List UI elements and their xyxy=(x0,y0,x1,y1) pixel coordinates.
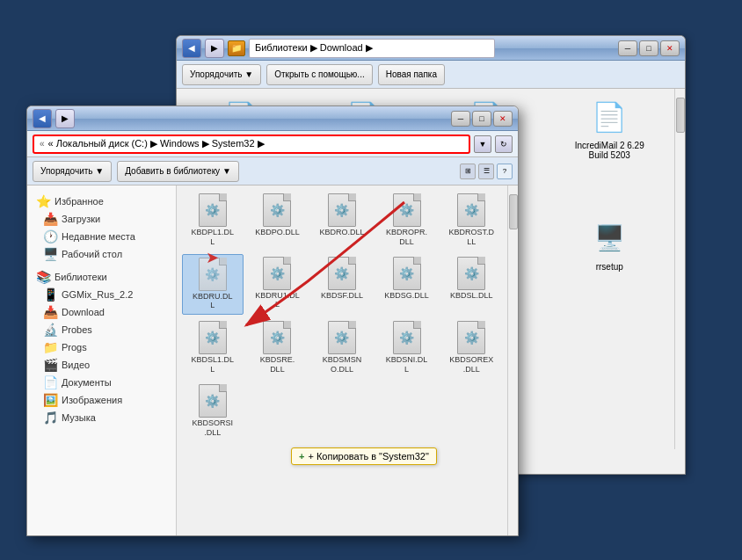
list-item[interactable]: ⚙️ KBDSF.DLL xyxy=(311,254,373,316)
address-arrow: « xyxy=(40,139,45,149)
dll-name: KBDSNI.DLL xyxy=(386,355,428,375)
bg-forward-button[interactable]: ▶ xyxy=(205,39,224,58)
bg-window-controls: ─ □ ✕ xyxy=(618,40,680,56)
dll-name: KBDSF.DLL xyxy=(321,291,363,301)
dll-name: KBDSOREX.DLL xyxy=(449,355,493,375)
fg-address-bar-container: « « Локальный диск (C:) ▶ Windows ▶ Syst… xyxy=(27,131,518,157)
sidebar-item-libraries-header: 📚 Библиотеки xyxy=(31,268,172,286)
dll-name: KBDSL1.DLL xyxy=(192,355,235,375)
fg-address-input[interactable]: « « Локальный диск (C:) ▶ Windows ▶ Syst… xyxy=(33,135,470,154)
list-item[interactable]: ⚙️ KBDROST.DLL xyxy=(440,191,502,251)
list-item[interactable]: ⚙️ KBDRU1.DLL xyxy=(247,254,309,316)
images-icon: 🖼️ xyxy=(43,393,57,407)
fg-window: ◀ ▶ ─ □ ✕ « « Локальный диск (C:) ▶ Wind… xyxy=(26,105,519,536)
list-item[interactable]: ⚙️ KBDROPR.DLL xyxy=(376,191,438,251)
sidebar-item-probes[interactable]: 🔬 Probes xyxy=(31,321,172,338)
probes-icon: 🔬 xyxy=(43,323,57,337)
sidebar-item-recent[interactable]: 🕐 Недавние места xyxy=(31,228,172,245)
copy-to-system32-tooltip: + + Копировать в "System32" xyxy=(291,447,437,465)
fg-scrollbar[interactable] xyxy=(507,185,518,535)
file-icon: 📄 xyxy=(588,96,630,138)
dll-icon: ⚙️ xyxy=(391,322,423,353)
list-item[interactable]: ⚙️ KBDSL1.DLL xyxy=(182,318,244,378)
list-item[interactable]: ⚙️ KBDRO.DLL xyxy=(311,191,373,251)
dll-icon: ⚙️ xyxy=(391,194,423,226)
bg-scrollbar-thumb[interactable] xyxy=(676,98,685,133)
sidebar-item-docs[interactable]: 📄 Документы xyxy=(31,374,172,391)
bg-maximize-btn[interactable]: □ xyxy=(639,40,658,56)
dll-name: KBDRU.DLL xyxy=(193,292,233,311)
fg-view-controls: ⊞ ☰ ? xyxy=(460,164,513,179)
bg-open-with-btn[interactable]: Открыть с помощью... xyxy=(266,64,373,85)
bg-new-folder-btn[interactable]: Новая папка xyxy=(378,64,445,85)
list-item[interactable]: ⚙️ KBDPO.DLL xyxy=(247,191,309,251)
list-item[interactable]: ⚙️ KBDSRE.DLL xyxy=(247,318,309,378)
bg-titlebar: ◀ ▶ 📁 Библиотеки ▶ Download ▶ ─ □ ✕ xyxy=(177,36,685,61)
dll-icon: ⚙️ xyxy=(455,194,487,226)
fg-scrollbar-thumb[interactable] xyxy=(509,194,518,229)
desktop-icon: 🖥️ xyxy=(43,247,57,261)
dll-name: KBDSORSI.DLL xyxy=(193,418,234,438)
fg-refresh-btn[interactable]: ↻ xyxy=(495,135,513,153)
list-item[interactable]: ⚙️ KBDSG.DLL xyxy=(376,254,438,316)
dll-icon: ⚙️ xyxy=(326,258,358,289)
dll-name: KBDPO.DLL xyxy=(255,228,300,237)
list-item[interactable]: ⚙️ KBDSMSNO.DLL xyxy=(311,318,373,378)
fg-window-controls: ─ □ ✕ xyxy=(451,111,513,127)
sidebar-item-download[interactable]: 📥 Download xyxy=(31,303,172,321)
bg-scrollbar[interactable] xyxy=(674,89,685,449)
fg-minimize-btn[interactable]: ─ xyxy=(451,111,470,127)
fg-close-btn[interactable]: ✕ xyxy=(493,111,513,127)
bg-close-btn[interactable]: ✕ xyxy=(660,40,680,56)
fg-forward-button[interactable]: ▶ xyxy=(55,109,75,128)
sidebar-item-music[interactable]: 🎵 Музыка xyxy=(31,409,172,426)
dll-icon: ⚙️ xyxy=(261,194,293,226)
fg-view-icons-btn[interactable]: ⊞ xyxy=(460,164,476,179)
dll-name: KBDROST.DLL xyxy=(448,228,494,247)
sidebar-item-apps[interactable]: 📱 GGMix_Rus_2.2 xyxy=(31,286,172,303)
fg-view-list-btn[interactable]: ☰ xyxy=(478,164,494,179)
sidebar-item-images[interactable]: 🖼️ Изображения xyxy=(31,391,172,409)
list-item[interactable]: ⚙️ KBDSOREX.DLL xyxy=(440,318,502,378)
fg-address-go-btn[interactable]: ▼ xyxy=(474,135,491,153)
sidebar-item-progs[interactable]: 📁 Progs xyxy=(31,338,172,356)
dll-name: KBDPL1.DLL xyxy=(192,228,235,247)
dll-name: KBDRO.DLL xyxy=(319,228,364,237)
dll-icon: ⚙️ xyxy=(197,385,229,417)
plus-icon: + xyxy=(299,451,304,462)
list-item[interactable]: ⚙️ KBDPL1.DLL xyxy=(182,191,244,251)
bg-minimize-btn[interactable]: ─ xyxy=(618,40,637,56)
dll-icon: ⚙️ xyxy=(326,322,358,353)
list-item[interactable]: 🖥️ rrsetup xyxy=(552,217,668,331)
list-item[interactable]: ⚙️ KBDSL.DLL xyxy=(440,254,502,316)
music-icon: 🎵 xyxy=(43,411,57,425)
dll-name: KBDSRE.DLL xyxy=(260,355,295,375)
bg-toolbar: Упорядочить ▼ Открыть с помощью... Новая… xyxy=(177,61,685,89)
download-folder-icon: 📥 xyxy=(43,305,57,319)
sidebar-item-desktop[interactable]: 🖥️ Рабочий стол xyxy=(31,245,172,263)
list-item-kbdru[interactable]: ➤ ⚙️ KBDRU.DLL xyxy=(182,254,244,316)
list-item[interactable]: 📄 IncrediMail 2 6.29 Build 5203 xyxy=(552,96,668,210)
list-item[interactable]: ⚙️ KBDSNI.DLL xyxy=(376,318,438,378)
star-icon: ⭐ xyxy=(36,194,50,208)
list-item[interactable]: ⚙️ KBDSORSI.DLL xyxy=(182,382,244,441)
dll-name: KBDROPR.DLL xyxy=(386,228,427,247)
bg-organize-btn[interactable]: Упорядочить ▼ xyxy=(182,64,261,85)
dll-icon: ⚙️ xyxy=(261,258,293,289)
fg-maximize-btn[interactable]: □ xyxy=(472,111,491,127)
fg-add-lib-btn[interactable]: Добавить в библиотеку ▼ xyxy=(117,161,239,182)
dll-name: KBDSMSNO.DLL xyxy=(323,355,362,375)
fg-nav-buttons: ◀ ▶ xyxy=(33,109,75,128)
fg-organize-btn[interactable]: Упорядочить ▼ xyxy=(33,161,112,182)
dll-icon: ⚙️ xyxy=(455,322,487,353)
progs-icon: 📁 xyxy=(43,340,57,354)
bg-address-bar[interactable]: Библиотеки ▶ Download ▶ xyxy=(249,39,495,58)
dll-icon: ⚙️ xyxy=(197,194,229,226)
sidebar-item-video[interactable]: 🎬 Видео xyxy=(31,356,172,374)
sidebar-item-zagr[interactable]: 📥 Загрузки xyxy=(31,210,172,228)
fg-help-btn[interactable]: ? xyxy=(497,164,513,179)
fg-toolbar: Упорядочить ▼ Добавить в библиотеку ▼ ⊞ … xyxy=(27,157,518,185)
fg-back-button[interactable]: ◀ xyxy=(33,109,52,128)
bg-back-button[interactable]: ◀ xyxy=(182,39,201,58)
fg-sidebar: ⭐ Избранное 📥 Загрузки 🕐 Недавние места … xyxy=(27,185,177,535)
